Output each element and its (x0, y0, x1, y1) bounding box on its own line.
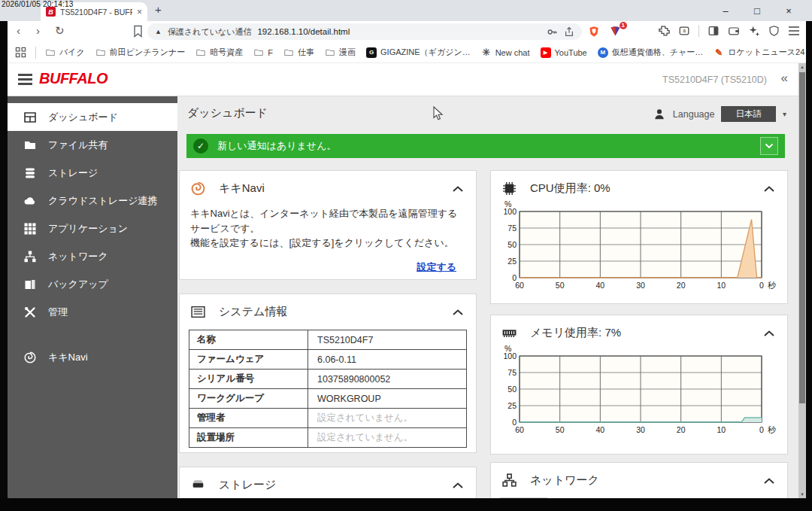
svg-text:50: 50 (508, 240, 517, 249)
bookmark-item[interactable]: GGIGAZINE（ギガジン… (366, 47, 471, 58)
collapse-card-icon[interactable] (763, 185, 775, 193)
memory-usage-card: メモリ使用率: 7% 10075502506050403020100%秒 (490, 315, 788, 455)
bookmark-label: GIGAZINE（ギガジン… (380, 47, 471, 58)
bookmark-item[interactable]: M仮想通貨価格、チャー… (598, 47, 704, 58)
row-label: 設置場所 (189, 428, 308, 448)
network-card-title: ネットワーク (530, 473, 599, 488)
terastation-app: BUFFALO TS5210D4F7 (TS5210D) « ダッシュボードファ… (8, 63, 798, 498)
svg-text:50: 50 (556, 425, 565, 434)
desktop-edge-left (0, 21, 8, 511)
scrollbar-up-icon[interactable]: ▲ (798, 63, 806, 71)
bookmark-label: バイク (59, 47, 85, 58)
list-icon (190, 304, 206, 320)
share-icon[interactable] (564, 26, 574, 38)
page-scrollbar[interactable]: ▲ ▼ (798, 63, 806, 498)
extensions-puzzle-icon[interactable] (658, 25, 670, 37)
bookmark-item[interactable]: F (253, 47, 273, 57)
table-row: 設置場所設定されていません。 (189, 428, 467, 448)
bookmark-item[interactable]: ✳New chat (481, 47, 530, 58)
bookmark-label: 漫画 (339, 47, 356, 58)
sidebar-item-admin[interactable]: 管理 (8, 298, 177, 326)
bookmark-item[interactable]: ▶YouTube (541, 47, 587, 58)
check-circle-icon: ✓ (193, 138, 208, 154)
svg-text:0: 0 (759, 281, 764, 290)
sidebar-item-file-sharing[interactable]: ファイル共有 (8, 131, 177, 159)
kikinavi-setup-link[interactable]: 設定する (417, 261, 456, 272)
tab-close-icon[interactable]: × (137, 8, 142, 17)
bookmark-item[interactable]: バイク (45, 47, 85, 58)
window-minimize-button[interactable]: – (710, 5, 741, 17)
new-tab-button[interactable]: + (155, 3, 162, 16)
sidebar-item-storage[interactable]: ストレージ (8, 159, 177, 187)
sidebar-item-network[interactable]: ネットワーク (8, 242, 177, 270)
sidebar-item-label: キキNavi (48, 351, 88, 364)
leo-ai-sparkle-icon[interactable] (748, 25, 760, 37)
language-select-button[interactable]: 日本語 (721, 106, 776, 122)
sidebar-item-cloud-storage[interactable]: クラウドストレージ連携 (8, 187, 177, 214)
drive-icon (190, 477, 206, 493)
sidebar-item-backup[interactable]: バックアップ (8, 270, 177, 298)
screen-timestamp-overlay: 2026/01/05 20:14:13 (2, 0, 74, 8)
sidebar-item-applications[interactable]: アプリケーション (8, 214, 177, 242)
desktop-edge-right (806, 21, 812, 511)
apps-grid-icon[interactable] (15, 47, 26, 58)
sidebar-item-label: ネットワーク (48, 250, 108, 263)
collapse-card-icon[interactable] (763, 477, 775, 485)
table-row: ワークグループWORKGROUP (189, 389, 467, 409)
buffalo-logo: BUFFALO (39, 70, 108, 87)
language-caret-icon[interactable]: ▾ (783, 110, 786, 118)
scrollbar-thumb[interactable] (799, 72, 805, 403)
scrollbar-down-icon[interactable]: ▼ (798, 491, 806, 498)
collapse-card-icon[interactable] (452, 482, 464, 489)
collapse-card-icon[interactable] (763, 330, 775, 337)
wallet-icon[interactable] (728, 25, 740, 37)
window-close-button[interactable]: × (773, 5, 804, 17)
toolbar-divider (698, 25, 699, 37)
svg-text:秒: 秒 (768, 281, 777, 290)
sidebar-item-label: 管理 (48, 306, 68, 319)
bookmark-item[interactable]: 仕事 (283, 47, 314, 58)
bookmark-item[interactable]: 暗号資産 (195, 47, 243, 58)
window-maximize-button[interactable]: □ (741, 5, 773, 17)
bookmark-icon[interactable] (132, 25, 144, 38)
app-menu-icon[interactable] (18, 74, 32, 87)
memory-usage-chart: 10075502506050403020100%秒 (497, 344, 787, 437)
table-row: 管理者設定されていません。 (189, 409, 467, 428)
sidebar: ダッシュボードファイル共有ストレージクラウドストレージ連携アプリケーションネット… (8, 96, 177, 498)
brave-shield-icon[interactable] (588, 25, 600, 38)
sidebar-toggle-icon[interactable] (707, 25, 720, 37)
forward-button[interactable]: › (36, 24, 40, 37)
svg-text:20: 20 (677, 281, 686, 290)
cpu-usage-card: CPU使用率: 0% 10075502506050403020100%秒 (490, 170, 788, 304)
collapse-card-icon[interactable] (452, 185, 464, 193)
svg-text:秒: 秒 (768, 425, 777, 434)
sidebar-item-label: ダッシュボード (48, 111, 118, 124)
browser-menu-icon[interactable] (788, 26, 800, 36)
reload-button[interactable]: ↻ (55, 24, 65, 38)
svg-text:10: 10 (717, 281, 726, 290)
bookmark-item[interactable]: 前田ピンチランナー (95, 47, 186, 58)
browser-toolbar: ‹ › ↻ ▲ 保護されていない通信 192.168.1.10/detail.h… (8, 21, 806, 42)
memory-usage-title: メモリ使用率: 7% (530, 326, 621, 340)
search-box-icon[interactable]: a (678, 25, 690, 37)
svg-text:25: 25 (508, 401, 517, 410)
row-label: 名称 (189, 330, 308, 350)
sidebar-item-dashboard[interactable]: ダッシュボード (8, 103, 177, 131)
bookmark-item[interactable]: 漫画 (325, 47, 356, 58)
bookmark-label: 暗号資産 (210, 47, 243, 58)
row-value: 6.06-0.11 (308, 350, 467, 370)
notification-expand-button[interactable] (760, 137, 778, 155)
vpn-shield-icon[interactable] (768, 25, 780, 37)
back-button[interactable]: ‹ (17, 24, 20, 37)
svg-text:30: 30 (636, 281, 645, 290)
sidebar-item-kikinavi[interactable]: キキNavi (8, 343, 177, 371)
notification-text: 新しい通知はありません。 (217, 139, 336, 153)
url-text[interactable]: 192.168.1.10/detail.html (257, 27, 350, 36)
bookmark-item[interactable]: ✎ロケットニュース24 (714, 47, 804, 58)
network-card: ネットワーク LAN 2 (490, 462, 788, 498)
url-bar[interactable]: ▲ 保護されていない通信 192.168.1.10/detail.html (147, 23, 582, 40)
collapse-card-icon[interactable] (452, 309, 464, 316)
adblock-extension-icon[interactable]: 1 (609, 25, 622, 41)
collapse-panel-icon[interactable]: « (781, 71, 788, 86)
key-icon[interactable] (547, 26, 558, 38)
